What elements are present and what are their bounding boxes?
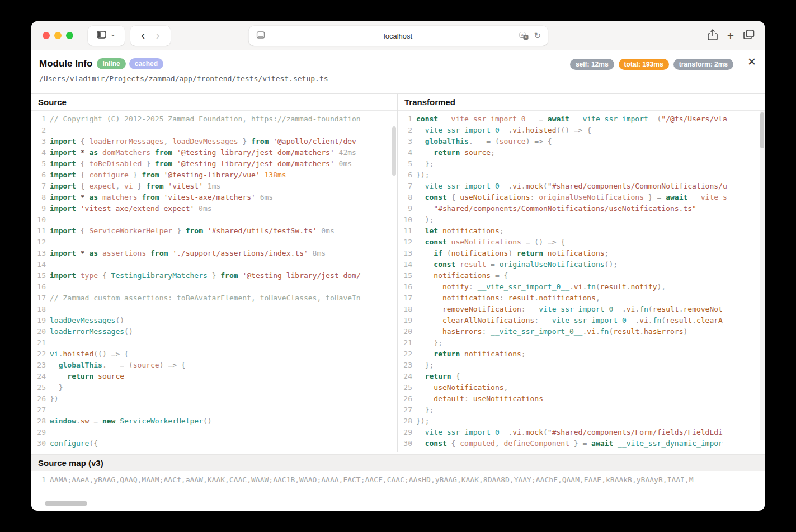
line-number: 10: [398, 214, 416, 225]
code-line: 19 clearAllNotifications: __vite_ssr_imp…: [398, 315, 765, 326]
sourcemap-section: Source map (v3) 1AAMA;AAeA,yBAAG,QAAQ,MA…: [31, 454, 765, 509]
timing-badge: total: 193ms: [619, 59, 669, 70]
line-number: 17: [31, 293, 50, 304]
code-line: 6import { configure } from '@testing-lib…: [31, 170, 397, 181]
line-number: 13: [31, 248, 50, 259]
line-number: 13: [398, 248, 416, 259]
line-number: 5: [31, 158, 50, 170]
code-line: 25 useNotifications,: [398, 382, 765, 393]
module-info-header: Module Info inlinecached self: 12mstotal…: [31, 50, 765, 94]
source-panel[interactable]: Source 1// Copyright (C) 2012-2025 Zamma…: [31, 94, 397, 452]
line-number: 9: [398, 203, 416, 214]
code-line: 26}): [31, 393, 397, 404]
line-number: 5: [398, 158, 416, 170]
line-number: 11: [398, 225, 416, 237]
line-number: 28: [398, 416, 416, 427]
back-button[interactable]: ‹: [141, 30, 145, 42]
transformed-scrollbar-thumb[interactable]: [760, 112, 764, 148]
zoom-window-button[interactable]: [66, 32, 73, 39]
line-number: 19: [398, 315, 416, 326]
code-line: 19loadDevMessages(): [31, 315, 397, 326]
code-line: 20loadErrorMessages(): [31, 326, 397, 337]
browser-titlebar: ⌄ ‹ › localhost A a ↻ +: [31, 21, 765, 50]
line-number: 15: [398, 270, 416, 281]
code-line: 20 hasErrors: __vite_ssr_import_0__.vi.f…: [398, 326, 765, 337]
code-line: 29: [31, 427, 397, 438]
close-icon[interactable]: ✕: [747, 55, 756, 68]
code-line: 11import { ServiceWorkerHelper } from '#…: [31, 225, 397, 237]
code-line: 1// Copyright (C) 2012-2025 Zammad Found…: [31, 114, 397, 125]
share-icon[interactable]: [708, 29, 718, 43]
code-line: 10 );: [398, 214, 765, 225]
code-line: 7import { expect, vi } from 'vitest' 1ms: [31, 181, 397, 192]
traffic-lights: [43, 32, 73, 39]
line-number: 8: [31, 192, 50, 203]
line-number: 23: [398, 360, 416, 371]
code-line: 18 removeNotification: __vite_ssr_import…: [398, 304, 765, 315]
transformed-scrollbar-track[interactable]: [760, 111, 765, 440]
transformed-panel[interactable]: Transformed 1const __vite_ssr_import_0__…: [397, 94, 765, 452]
code-line: 9import 'vitest-axe/extend-expect' 0ms: [31, 203, 397, 214]
sidebar-icon[interactable]: [97, 31, 106, 41]
line-number: 3: [31, 136, 50, 147]
code-line: 21: [31, 337, 397, 349]
line-number: 24: [31, 371, 50, 382]
translate-icon[interactable]: A a: [519, 32, 528, 40]
source-panel-title: Source: [31, 94, 397, 111]
line-number: 20: [398, 326, 416, 337]
code-line: 5 };: [398, 158, 765, 170]
code-line: 22 return notifications;: [398, 349, 765, 360]
close-window-button[interactable]: [43, 32, 50, 39]
titlebar-right-controls: +: [708, 29, 755, 43]
line-number: 9: [31, 203, 50, 214]
forward-button[interactable]: ›: [156, 30, 160, 42]
timing-badges: self: 12mstotal: 193mstransform: 2ms: [570, 59, 733, 70]
line-number: 4: [31, 147, 50, 158]
line-number: 7: [398, 181, 416, 192]
line-number: 22: [398, 349, 416, 360]
line-number: 16: [31, 281, 50, 293]
line-number: 4: [398, 147, 416, 158]
code-line: 1const __vite_ssr_import_0__ = await __v…: [398, 114, 765, 125]
line-number: 17: [398, 293, 416, 304]
source-code: 1// Copyright (C) 2012-2025 Zammad Found…: [31, 111, 397, 449]
line-number: 19: [31, 315, 50, 326]
line-number: 1: [31, 114, 50, 125]
code-line: 12 const useNotifications = () => {: [398, 237, 765, 248]
line-number: 27: [31, 404, 50, 416]
code-line: 5import { toBeDisabled } from '@testing-…: [31, 158, 397, 170]
address-bar[interactable]: localhost A a ↻: [248, 26, 548, 46]
line-number: 1: [398, 114, 416, 125]
code-line: 17 notifications: result.notifications,: [398, 293, 765, 304]
line-number: 16: [398, 281, 416, 293]
line-number: 15: [31, 270, 50, 281]
line-number: 12: [31, 237, 50, 248]
chevron-down-icon[interactable]: ⌄: [110, 30, 116, 38]
minimize-window-button[interactable]: [54, 32, 62, 39]
url-text[interactable]: localhost: [248, 32, 548, 40]
module-badge: cached: [129, 58, 163, 69]
line-number: 10: [31, 214, 50, 225]
line-number: 21: [398, 337, 416, 349]
line-number: 30: [398, 438, 416, 449]
nav-buttons: ‹ ›: [130, 26, 171, 46]
tab-overview-icon[interactable]: [743, 30, 755, 42]
code-line: 8 const { useNotifications: originalUseN…: [398, 192, 765, 203]
sidebar-toggle-group[interactable]: ⌄: [88, 26, 125, 46]
new-tab-button[interactable]: +: [727, 30, 734, 41]
sourcemap-hscrollbar-thumb[interactable]: [45, 501, 87, 506]
sourcemap-title: Source map (v3): [31, 454, 765, 471]
module-badge: inline: [97, 58, 125, 69]
source-scrollbar-thumb[interactable]: [392, 126, 396, 176]
line-number: 25: [398, 382, 416, 393]
line-number: 6: [31, 170, 50, 181]
code-line: 14 const result = originalUseNotificatio…: [398, 259, 765, 270]
browser-window: ⌄ ‹ › localhost A a ↻ +: [31, 21, 765, 511]
code-line: 27: [31, 404, 397, 416]
code-line: 13import * as assertions from './support…: [31, 248, 397, 259]
code-line: 3import { loadErrorMessages, loadDevMess…: [31, 136, 397, 147]
code-line: 4import * as domMatchers from '@testing-…: [31, 147, 397, 158]
code-line: 17// Zammad custom assertions: toBeAvata…: [31, 293, 397, 304]
line-number: 20: [31, 326, 50, 337]
sourcemap-body[interactable]: 1AAMA;AAeA,yBAAG,QAAQ,MAAM;AACf,aAAW,KAA…: [31, 471, 765, 509]
